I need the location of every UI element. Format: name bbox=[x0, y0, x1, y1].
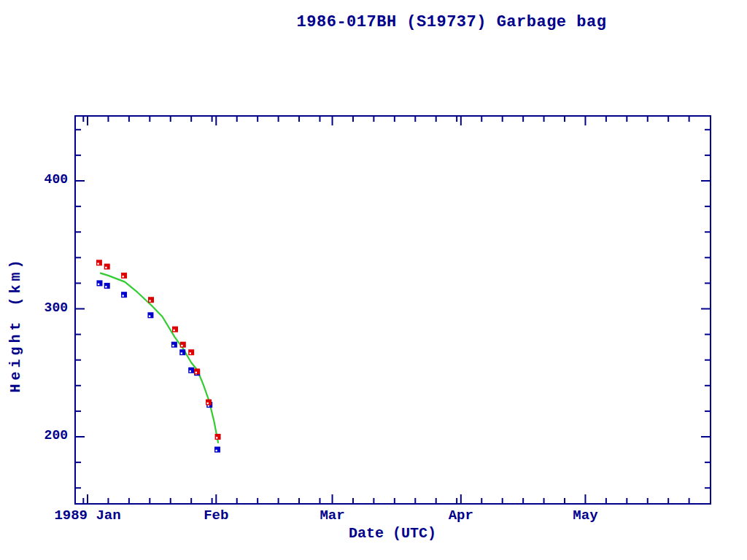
x-tick-label-may: May bbox=[573, 508, 597, 524]
perigee-point bbox=[214, 447, 220, 453]
x-tick-label-1989-jan: 1989 Jan bbox=[54, 508, 120, 524]
apogee-point-notch bbox=[122, 276, 123, 277]
apogee-point-notch bbox=[97, 263, 98, 265]
x-axis-title: Date (UTC) bbox=[349, 525, 436, 542]
apogee-point bbox=[148, 297, 154, 303]
x-tick-label-mar: Mar bbox=[320, 508, 344, 524]
perigee-point bbox=[171, 342, 177, 348]
apogee-point bbox=[121, 273, 127, 279]
apogee-point bbox=[206, 400, 212, 405]
perigee-point-notch bbox=[149, 315, 150, 316]
perigee-point-notch bbox=[181, 352, 182, 354]
perigee-point bbox=[96, 280, 102, 286]
perigee-point-notch bbox=[190, 370, 191, 372]
apogee-point-notch bbox=[149, 300, 150, 301]
apogee-point bbox=[194, 368, 200, 374]
apogee-point-notch bbox=[181, 345, 182, 346]
apogee-point bbox=[172, 327, 178, 332]
perigee-point bbox=[104, 283, 110, 289]
perigee-point-notch bbox=[208, 405, 209, 406]
plot-window: 1986-017BH (S19737) Garbage bag 1989 Jan… bbox=[0, 0, 747, 560]
perigee-point-notch bbox=[172, 345, 174, 346]
apogee-point bbox=[188, 349, 194, 355]
y-tick-label-200: 200 bbox=[17, 428, 68, 443]
apogee-point-notch bbox=[216, 437, 217, 438]
apogee-point-notch bbox=[105, 267, 107, 268]
decay-fit-curve bbox=[100, 273, 218, 443]
apogee-point-notch bbox=[196, 372, 197, 373]
x-tick-label-feb: Feb bbox=[204, 508, 228, 524]
perigee-point bbox=[188, 368, 194, 373]
apogee-point-notch bbox=[190, 352, 191, 354]
y-axis-title: Height (km) bbox=[7, 256, 24, 392]
x-tick-label-apr: Apr bbox=[449, 508, 473, 524]
apogee-point-notch bbox=[173, 330, 174, 331]
perigee-point-notch bbox=[215, 450, 217, 451]
perigee-point bbox=[121, 292, 127, 298]
y-tick-label-300: 300 bbox=[17, 300, 68, 315]
apogee-point bbox=[180, 342, 186, 348]
apogee-point bbox=[215, 434, 221, 440]
plot-frame bbox=[75, 116, 711, 504]
perigee-point-notch bbox=[98, 284, 99, 285]
perigee-point-notch bbox=[122, 295, 123, 296]
perigee-point-notch bbox=[105, 286, 107, 287]
perigee-point bbox=[147, 312, 153, 318]
apogee-point bbox=[96, 260, 102, 265]
perigee-point bbox=[179, 349, 185, 355]
apogee-point-notch bbox=[206, 402, 208, 404]
y-tick-label-400: 400 bbox=[17, 172, 68, 187]
apogee-point bbox=[104, 264, 110, 270]
plot-canvas bbox=[0, 0, 747, 560]
